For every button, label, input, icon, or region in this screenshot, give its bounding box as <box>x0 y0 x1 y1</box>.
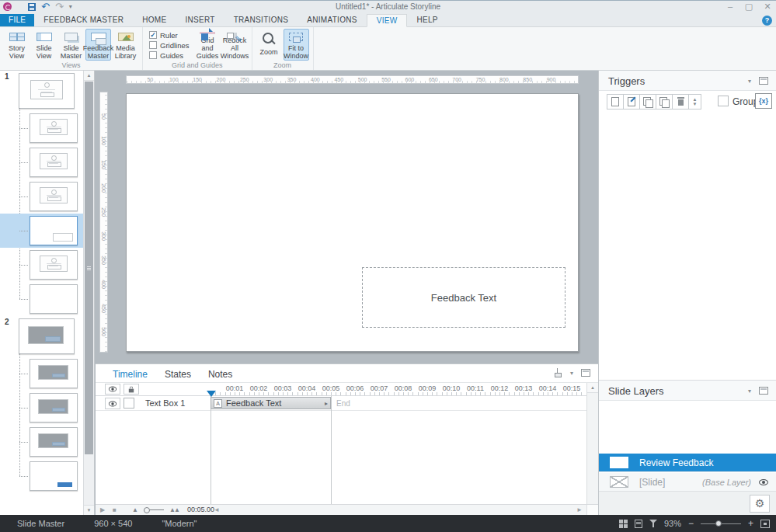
dock-panel-icon[interactable] <box>581 369 590 377</box>
panel-menu-icon[interactable]: ▾ <box>748 78 751 85</box>
layer-row-slide[interactable]: [Slide](Base Layer) <box>599 473 776 492</box>
close-button[interactable]: ✕ <box>762 2 773 12</box>
time-label: 00:06 <box>346 384 364 392</box>
layer-visibility-icon[interactable] <box>759 479 768 485</box>
timeline-zoom-in-icon[interactable]: ▲▲ <box>169 505 179 515</box>
zoom-out-icon[interactable]: − <box>688 519 694 528</box>
feedback-text-placeholder[interactable]: Feedback Text <box>362 267 565 328</box>
timeline-zoom-slider[interactable] <box>144 509 164 510</box>
story-view-button[interactable]: Story View <box>4 29 30 61</box>
layout-thumbnail[interactable] <box>30 393 78 422</box>
layout-thumbnail-row <box>0 145 83 179</box>
tab-help[interactable]: HELP <box>407 14 447 26</box>
time-label: 00:09 <box>419 384 437 392</box>
slide-view-button[interactable]: Slide View <box>31 29 57 61</box>
grid-and-guides-button[interactable]: Grid and Guides <box>195 29 221 61</box>
tab-states[interactable]: States <box>165 369 191 380</box>
reorder-trigger-icon[interactable]: ▲▼ <box>688 94 701 110</box>
tab-notes[interactable]: Notes <box>208 369 232 380</box>
ribbon-button-label: Zoom <box>259 48 277 56</box>
row-checkbox[interactable] <box>124 398 134 409</box>
maximize-button[interactable]: ▢ <box>743 2 754 12</box>
delete-trigger-icon[interactable] <box>672 94 689 110</box>
tab-timeline[interactable]: Timeline <box>113 369 148 380</box>
tab-transitions[interactable]: TRANSITIONS <box>224 14 298 26</box>
lock-icon <box>129 388 134 392</box>
new-trigger-icon[interactable] <box>607 94 624 110</box>
master-thumbnail[interactable] <box>19 318 75 354</box>
checkbox-icon <box>149 41 157 49</box>
gridlines-checkbox[interactable]: Gridlines <box>149 40 190 50</box>
guides-checkbox[interactable]: Guides <box>149 50 190 60</box>
redock-all-windows-button[interactable]: Redock All Windows <box>222 29 248 61</box>
play-button[interactable]: ▶ <box>100 505 105 515</box>
story-view-icon <box>9 33 25 41</box>
row-visibility-toggle[interactable] <box>105 398 120 409</box>
layout-thumbnail[interactable] <box>30 359 78 388</box>
story-view-icon[interactable] <box>619 520 628 528</box>
playhead-marker[interactable] <box>207 391 216 397</box>
scrollbar-thumb[interactable] <box>85 82 93 454</box>
dock-panel-icon[interactable] <box>759 387 768 395</box>
scroll-up-icon[interactable]: ▲ <box>84 71 94 81</box>
master-thumbnail[interactable] <box>19 73 75 109</box>
zoom-slider-knob[interactable] <box>715 520 722 527</box>
tab-insert[interactable]: INSERT <box>176 14 224 26</box>
group-checkbox[interactable] <box>718 96 729 106</box>
scroll-up-icon[interactable]: ▲ <box>587 383 598 393</box>
scroll-left-icon[interactable]: ◄ <box>214 505 220 515</box>
timeline-vertical-scrollbar[interactable]: ▲ <box>586 383 598 504</box>
panel-menu-icon[interactable]: ▾ <box>570 370 573 377</box>
bar-label: Feedback Text <box>226 398 281 408</box>
layout-thumbnail[interactable] <box>30 284 78 314</box>
thumbnail-dialog-graphic <box>40 153 68 169</box>
layout-thumbnail[interactable] <box>30 216 78 245</box>
layout-thumbnail[interactable] <box>30 148 78 177</box>
variables-icon[interactable]: {x} <box>755 93 772 109</box>
layout-thumbnail[interactable] <box>30 461 78 491</box>
show-hide-all-icon[interactable] <box>105 384 120 395</box>
thumbnails-scrollbar[interactable]: ▲ ▼ <box>83 71 95 515</box>
slide-thumbnails-panel: 12 <box>0 71 83 515</box>
zoom-slider[interactable] <box>701 523 741 524</box>
preview-icon[interactable] <box>649 520 657 528</box>
tab-feedback-master[interactable]: FEEDBACK MASTER <box>34 14 133 26</box>
playhead-options-icon[interactable] <box>553 368 562 377</box>
zoom-button[interactable]: Zoom <box>256 29 282 61</box>
tab-view[interactable]: VIEW <box>367 14 408 27</box>
tab-file[interactable]: FILE <box>0 14 34 26</box>
fit-to-window-button[interactable]: Fit to Window <box>284 29 309 61</box>
scroll-right-icon[interactable]: ► <box>576 505 583 515</box>
tab-animations[interactable]: ANIMATIONS <box>298 14 366 26</box>
dock-panel-icon[interactable] <box>759 77 768 85</box>
copy-trigger-icon[interactable] <box>639 94 656 110</box>
timeline-zoom-out-icon[interactable]: ▲ <box>132 505 138 515</box>
layout-thumbnail[interactable] <box>30 113 78 143</box>
feedback-master-button[interactable]: Feedback Master <box>85 29 111 61</box>
help-icon[interactable]: ? <box>762 16 772 26</box>
triggers-panel: Triggers ▾ ▲▼ Group {x} <box>599 71 776 381</box>
slide-master-button[interactable]: Slide Master <box>58 29 84 61</box>
layout-thumbnail[interactable] <box>30 427 78 457</box>
window-controls: – ▢ ✕ <box>725 2 773 12</box>
scrollbar-corner <box>586 505 598 515</box>
minimize-button[interactable]: – <box>725 2 736 12</box>
lock-all-icon[interactable] <box>124 384 139 395</box>
media-library-button[interactable]: Media Library <box>113 29 138 61</box>
gear-icon[interactable]: ⚙ <box>750 495 770 513</box>
slide-stage[interactable]: Feedback Text <box>126 93 579 352</box>
zoom-in-icon[interactable]: + <box>748 519 753 528</box>
timeline-object-bar[interactable]: AFeedback Text▸ <box>211 397 331 409</box>
ruler-checkbox[interactable]: ✓Ruler <box>149 30 190 40</box>
layout-thumbnail[interactable] <box>30 182 78 211</box>
paste-trigger-icon[interactable] <box>656 94 673 110</box>
slide-view-icon[interactable] <box>635 520 642 528</box>
tab-home[interactable]: HOME <box>133 14 176 26</box>
stop-button[interactable]: ■ <box>113 505 117 515</box>
edit-trigger-icon[interactable] <box>623 94 640 110</box>
layout-thumbnail[interactable] <box>30 250 78 280</box>
panel-menu-icon[interactable]: ▾ <box>748 388 751 395</box>
scroll-down-icon[interactable]: ▼ <box>84 505 94 515</box>
fit-to-window-icon[interactable] <box>760 520 770 528</box>
layer-row-review-feedback[interactable]: Review Feedback <box>599 454 776 472</box>
